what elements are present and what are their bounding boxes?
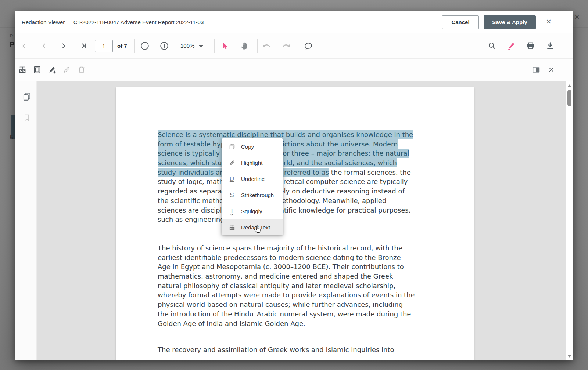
pen-tool-icon[interactable] [61,64,72,75]
doc-line[interactable]: The recovery and assimilation of Greek w… [158,345,444,355]
strikethrough-icon: S [228,191,236,199]
pdf-page[interactable]: Science is a systematic discipline that … [116,87,474,360]
redact-page-tool-icon[interactable] [32,64,43,75]
bookmarks-icon[interactable] [21,112,32,123]
zoom-out-button[interactable] [139,40,150,51]
toolbar-divider [333,39,333,53]
scrollbar-thumb[interactable] [567,90,571,106]
page-number-input[interactable] [95,40,113,52]
doc-line[interactable]: physical world based on natural causes; … [158,300,444,309]
menu-item-squiggly[interactable]: I Squiggly [222,203,283,219]
zoom-level-label[interactable]: 100% [180,43,194,49]
mouse-pointer-hand-icon [253,225,262,236]
undo-button[interactable] [261,40,272,51]
redact-icon [228,223,236,231]
last-page-button[interactable] [78,40,89,51]
dialog-title: Redaction Viewer — CT-2022-118-0047 Adve… [22,19,204,25]
dialog-close-icon[interactable]: × [544,17,553,27]
backdrop-list-number: 5 [10,134,13,141]
viewer-sidebar [15,81,37,360]
zoom-dropdown-caret-icon[interactable] [199,45,203,48]
viewer-toolbar: of 7 100% [15,33,573,59]
backdrop-truncated-label: RI [10,33,15,39]
save-apply-button[interactable]: Save & Apply [484,15,536,29]
highlight-icon [228,159,236,167]
download-icon[interactable] [545,40,556,51]
doc-line[interactable]: mathematics, astronomy, and medicine ent… [158,272,444,281]
menu-item-highlight[interactable]: Highlight [222,155,283,171]
redact-text-tool-icon[interactable] [17,64,28,75]
vertical-scrollbar[interactable] [566,81,573,360]
menu-item-strikethrough[interactable]: S Strikethrough [222,187,283,203]
redo-button[interactable] [281,40,292,51]
comment-tool-icon[interactable] [303,40,314,51]
doc-line[interactable]: The history of science spans the majorit… [158,243,444,253]
doc-line[interactable]: earliest identifiable predecessors to mo… [158,253,444,262]
toolbar-divider [257,39,258,53]
doc-line[interactable]: sciences, which study the physical world… [158,158,444,168]
doc-line[interactable]: natural philosophy of classical antiquit… [158,281,444,291]
squiggly-icon: I [228,207,236,215]
scroll-up-arrow-icon[interactable] [567,84,572,87]
print-icon[interactable] [525,40,536,51]
doc-line[interactable]: study individuals and societies. While r… [158,168,444,177]
toolbar-divider [214,39,215,53]
doc-line[interactable]: science is typically divided into two – … [158,149,444,158]
doc-line[interactable]: form of testable hypotheses and predicti… [158,139,444,149]
redaction-viewer-dialog: Redaction Viewer — CT-2022-118-0047 Adve… [15,11,573,360]
doc-line[interactable]: whereby formal attempts were made to pro… [158,290,444,300]
toolbar-divider [300,39,300,53]
doc-line[interactable]: Age in Egypt and Mesopotamia (c. 3000–12… [158,262,444,272]
search-icon[interactable] [487,40,498,51]
doc-line[interactable]: Golden Age of India and Islamic Golden A… [158,319,444,329]
doc-line[interactable]: regarded as separate because they rely o… [158,186,444,196]
previous-page-button[interactable] [39,40,50,51]
first-page-button[interactable] [19,40,30,51]
doc-line[interactable]: such as engineering and medicine. [158,215,444,224]
menu-item-underline[interactable]: U Underline [222,171,283,187]
annotate-pen-icon[interactable] [506,40,517,51]
paragraph-history[interactable]: The history of science spans the majorit… [158,243,444,328]
doc-line[interactable]: sciences are disciplines that use scient… [158,206,444,215]
underline-icon: U [228,175,236,183]
annotation-toolbar-close-icon[interactable] [546,64,557,75]
page-thumbnails-icon[interactable] [21,91,32,102]
paragraph-recovery[interactable]: The recovery and assimilation of Greek w… [158,345,444,355]
selected-text[interactable]: science is typically divided into two – … [158,149,409,158]
annotation-toolbar [15,59,573,81]
page-total-label: of 7 [117,43,127,49]
select-tool-cursor-icon[interactable] [219,40,230,51]
menu-item-redact[interactable]: Redact Text [222,219,283,235]
toolbar-divider [134,39,135,53]
zoom-in-button[interactable] [159,40,170,51]
dialog-header: Redaction Viewer — CT-2022-118-0047 Adve… [15,11,573,33]
backdrop-truncated-heading: P [10,40,14,49]
copy-icon [228,142,236,150]
cancel-button[interactable]: Cancel [442,15,479,29]
paragraph-science[interactable]: Science is a systematic discipline that … [158,130,444,224]
backdrop-close-icon: × [574,12,580,21]
text-selection-context-menu: Copy Highlight U Underline S Strikethrou… [222,138,283,235]
next-page-button[interactable] [58,40,69,51]
doc-line[interactable]: study of logic, mathematics, and theoret… [158,177,444,186]
pen-settings-tool-icon[interactable] [47,64,58,75]
menu-item-copy[interactable]: Copy [222,138,283,155]
selected-text[interactable]: Science is a systematic discipline that … [158,130,413,139]
doc-line[interactable]: the scientific method as their main meth… [158,196,444,206]
delete-annotation-trash-icon[interactable] [76,64,87,75]
doc-line[interactable]: Science is a systematic discipline that … [158,130,444,139]
scroll-down-arrow-icon[interactable] [567,355,572,358]
hand-pan-tool-icon[interactable] [239,40,250,51]
doc-line[interactable]: the introduction of the Hindu–Arabic num… [158,309,444,319]
side-panel-toggle-icon[interactable] [531,64,542,75]
document-viewer-canvas: Science is a systematic discipline that … [15,81,573,360]
